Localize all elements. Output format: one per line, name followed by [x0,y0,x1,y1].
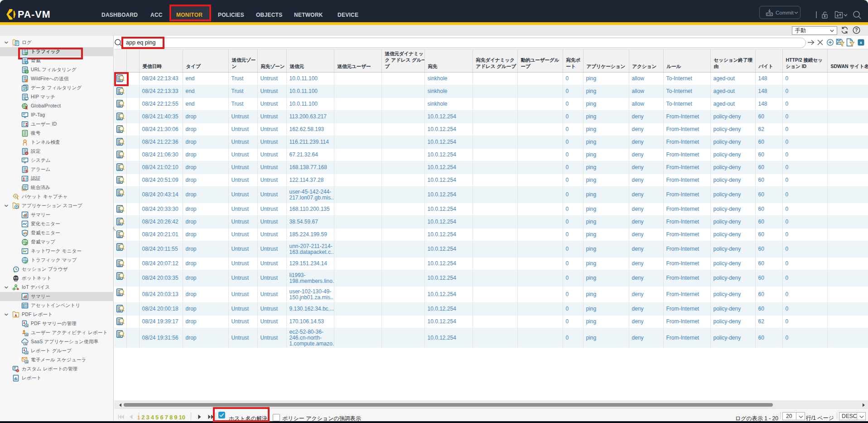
svg-text:x: x [860,40,863,45]
svg-text:?: ? [855,27,858,33]
